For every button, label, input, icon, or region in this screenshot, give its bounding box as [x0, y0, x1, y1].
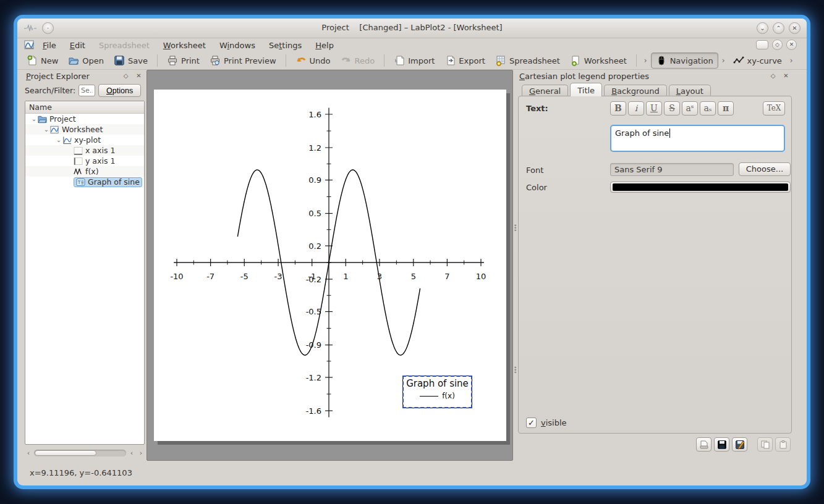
- menu-file[interactable]: File: [37, 40, 62, 51]
- new-document-icon: [27, 55, 38, 66]
- explorer-horizontal-scrollbar[interactable]: ‹ ‹ ›: [25, 448, 145, 458]
- worksheet-icon: [570, 55, 581, 66]
- navigation-button[interactable]: Navigation: [651, 52, 718, 69]
- text-label-icon: T: [76, 178, 85, 187]
- mdi-minimize-button[interactable]: [756, 40, 768, 49]
- menu-settings[interactable]: Settings: [263, 40, 307, 51]
- tree-item-legend-title[interactable]: T Graph of sine: [25, 177, 144, 187]
- print-preview-button[interactable]: Print Preview: [205, 53, 281, 68]
- paste-properties-button[interactable]: [775, 437, 791, 452]
- options-button[interactable]: Options: [98, 84, 141, 97]
- printer-icon: [167, 55, 178, 66]
- worksheet-button[interactable]: Worksheet: [566, 53, 631, 68]
- menu-windows[interactable]: Windows: [214, 40, 261, 51]
- font-field[interactable]: Sans Serif 9: [610, 163, 734, 176]
- window-title: Project [Changed] – LabPlot2 - [Workshee…: [17, 23, 807, 32]
- font-label: Font: [526, 166, 543, 175]
- folder-icon: [38, 115, 47, 124]
- mdi-close-button[interactable]: ✕: [786, 40, 797, 50]
- edit-template-button[interactable]: [732, 437, 747, 452]
- scroll-left-icon[interactable]: ‹: [128, 449, 135, 457]
- bold-button[interactable]: B: [610, 101, 626, 116]
- load-icon: [699, 440, 709, 450]
- dock-close-button[interactable]: ✕: [781, 72, 791, 81]
- dock-float-button[interactable]: ◇: [768, 72, 778, 81]
- scroll-right-icon[interactable]: ›: [137, 449, 145, 457]
- expand-icon[interactable]: ⌄: [43, 126, 50, 133]
- menu-worksheet[interactable]: Worksheet: [158, 40, 211, 51]
- toolbar-overflow-icon[interactable]: ›: [788, 56, 796, 65]
- italic-button[interactable]: i: [628, 101, 644, 116]
- tex-button[interactable]: TeX: [763, 101, 785, 116]
- import-button[interactable]: Import: [389, 53, 439, 68]
- xy-curve-button[interactable]: xy-curve: [729, 53, 786, 68]
- toolbar-overflow-icon[interactable]: ›: [720, 56, 728, 65]
- menu-spreadsheet: Spreadsheet: [93, 40, 155, 51]
- search-input[interactable]: [79, 85, 95, 96]
- svg-text:5: 5: [411, 272, 416, 281]
- open-button[interactable]: Open: [64, 53, 108, 68]
- load-template-button[interactable]: [696, 437, 711, 452]
- menubar: File Edit Spreadsheet Worksheet Windows …: [17, 38, 807, 52]
- tree-item-xy-plot[interactable]: ⌄ xy-plot: [25, 135, 144, 145]
- undo-icon: [295, 55, 307, 66]
- svg-text:-7: -7: [206, 272, 214, 281]
- undo-button[interactable]: Undo: [291, 53, 335, 68]
- new-button[interactable]: New: [22, 53, 62, 68]
- print-button[interactable]: Print: [163, 53, 204, 68]
- symbol-pi-button[interactable]: π: [718, 101, 734, 116]
- font-color-button[interactable]: [610, 182, 791, 193]
- save-template-button[interactable]: [714, 437, 729, 452]
- toolbar-separator: [636, 54, 637, 67]
- save-button[interactable]: Save: [109, 53, 152, 68]
- labplot-logo-icon: [23, 40, 35, 51]
- tab-general[interactable]: General: [522, 85, 568, 96]
- maximize-button[interactable]: ⌃: [773, 22, 784, 34]
- subscript-button[interactable]: aₛ: [700, 101, 716, 116]
- toolbar-separator: [157, 54, 158, 67]
- spreadsheet-button[interactable]: Spreadsheet: [491, 53, 564, 68]
- plot-legend[interactable]: Graph of sine f(x): [402, 376, 472, 408]
- xy-curve-icon: [733, 55, 744, 66]
- worksheet-page[interactable]: -10-7-5-3-11357101.61.20.90.50.2-0.2-0.5…: [154, 90, 506, 441]
- font-choose-button[interactable]: Choose...: [739, 162, 791, 176]
- worksheet-view[interactable]: -10-7-5-3-11357101.61.20.90.50.2-0.2-0.5…: [147, 70, 513, 461]
- print-preview-icon: [210, 55, 221, 66]
- copy-properties-button[interactable]: [757, 437, 773, 452]
- tree-item-project[interactable]: ⌄ Project: [25, 114, 144, 124]
- redo-button: Redo: [336, 53, 380, 68]
- save-floppy-icon: [114, 55, 125, 66]
- tab-title[interactable]: Title: [570, 83, 602, 96]
- tree-item-x-axis[interactable]: x axis 1: [25, 145, 144, 156]
- export-button[interactable]: Export: [440, 53, 490, 68]
- scrollbar-handle[interactable]: [35, 450, 96, 456]
- underline-button[interactable]: U: [646, 101, 662, 116]
- tab-background[interactable]: Background: [604, 85, 667, 96]
- menu-edit[interactable]: Edit: [64, 40, 91, 51]
- dock-float-button[interactable]: ◇: [121, 72, 130, 81]
- text-label: Text:: [526, 104, 548, 113]
- visible-checkbox[interactable]: ✓: [526, 418, 537, 428]
- tree-item-worksheet[interactable]: ⌄ Worksheet: [25, 124, 144, 135]
- tree-column-header[interactable]: Name: [25, 101, 144, 114]
- redo-icon: [341, 55, 352, 66]
- menu-help[interactable]: Help: [310, 40, 339, 51]
- tree-item-fx-curve[interactable]: f(x): [25, 166, 144, 177]
- tab-layout[interactable]: Layout: [669, 85, 711, 96]
- expand-icon[interactable]: ⌄: [30, 116, 38, 122]
- legend-properties-dock: Cartesian plot legend properties ◇ ✕ Gen…: [517, 70, 793, 461]
- strikethrough-button[interactable]: S: [664, 101, 680, 116]
- edit-icon: [735, 440, 745, 450]
- tree-item-y-axis[interactable]: y axis 1: [25, 156, 144, 166]
- scroll-left-icon[interactable]: ‹: [25, 449, 32, 457]
- minimize-button[interactable]: ⌄: [757, 22, 768, 34]
- superscript-button[interactable]: aˢ: [682, 101, 698, 116]
- svg-text:-1.6: -1.6: [306, 406, 321, 416]
- titlebar[interactable]: · Project [Changed] – LabPlot2 - [Worksh…: [17, 19, 807, 38]
- mdi-restore-button[interactable]: ◇: [772, 40, 783, 50]
- legend-title-textarea[interactable]: Graph of sine: [610, 125, 785, 152]
- dock-close-button[interactable]: ✕: [134, 72, 143, 81]
- close-button[interactable]: ✕: [789, 22, 801, 34]
- toolbar-overflow-icon[interactable]: ›: [642, 56, 650, 65]
- expand-icon[interactable]: ⌄: [55, 136, 62, 143]
